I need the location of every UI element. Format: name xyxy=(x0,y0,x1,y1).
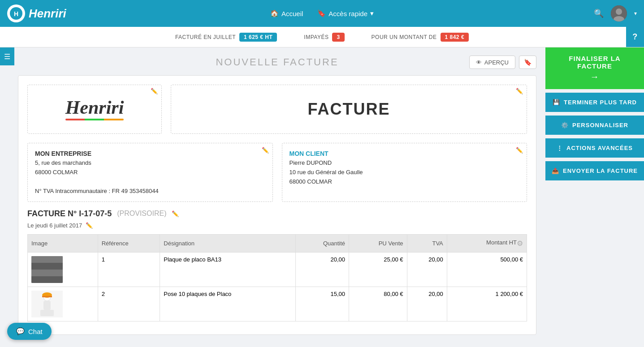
chevron-down-icon-user[interactable]: ▾ xyxy=(634,10,637,17)
company-address-box: ✏️ MON ENTREPRISE 5, rue des marchands 6… xyxy=(27,143,273,202)
top-nav: H Henriri 🏠 Accueil 🔖 Accès rapide ▾ 🔍 ▾ xyxy=(0,0,644,27)
info-facture: FACTURÉ EN JUILLET 1 625 € HT xyxy=(175,33,277,42)
cell-montant-1: 500,00 € xyxy=(447,252,527,287)
cell-image-1 xyxy=(28,252,98,287)
chat-icon: 💬 xyxy=(16,327,25,335)
montant-label: POUR UN MONTANT DE xyxy=(372,34,437,40)
cell-designation-2: Pose 10 plaques de Placo xyxy=(160,287,296,321)
edit-facture-icon[interactable]: ✏️ xyxy=(516,88,523,94)
col-image: Image xyxy=(28,234,98,252)
svg-rect-13 xyxy=(43,301,51,310)
facture-label: FACTURÉ EN JUILLET xyxy=(175,34,236,40)
facture-title: FACTURE xyxy=(308,100,390,119)
chat-label: Chat xyxy=(28,328,43,335)
nav-center: 🏠 Accueil 🔖 Accès rapide ▾ xyxy=(270,9,374,17)
company-address: 5, rue des marchands xyxy=(35,159,265,168)
page-title: NOUVELLE FACTURE xyxy=(216,56,338,68)
apercu-button[interactable]: 👁 APERÇU xyxy=(469,56,515,69)
info-impayes: IMPAYÉS 3 xyxy=(304,33,344,42)
page-header: NOUVELLE FACTURE 👁 APERÇU 🔖 xyxy=(18,56,536,68)
company-logo: Henriri xyxy=(65,98,124,120)
product-image-placo xyxy=(31,256,63,283)
invoice-table: Image Référence Désignation Quantité PU … xyxy=(27,234,527,321)
actions-avancees-button[interactable]: ⋮ ACTIONS AVANCÉES xyxy=(545,138,644,158)
impayes-label: IMPAYÉS xyxy=(304,34,328,40)
cell-tva-2: 20,00 xyxy=(407,287,447,321)
bookmark-button[interactable]: 🔖 xyxy=(519,56,536,69)
help-button[interactable]: ? xyxy=(626,27,644,47)
svg-point-3 xyxy=(616,9,622,15)
content-area: NOUVELLE FACTURE 👁 APERÇU 🔖 ✏️ Henriri xyxy=(0,47,545,347)
chat-button[interactable]: 💬 Chat xyxy=(7,323,52,340)
info-montant: POUR UN MONTANT DE 1 842 € xyxy=(372,33,469,42)
svg-rect-10 xyxy=(31,256,63,283)
product-image-worker xyxy=(31,291,63,317)
table-row: 1 Plaque de placo BA13 20,00 25,00 € 20,… xyxy=(28,252,527,287)
table-row: 2 Pose 10 plaques de Placo 15,00 80,00 €… xyxy=(28,287,527,321)
personnaliser-button[interactable]: ⚙️ PERSONNALISER xyxy=(545,116,644,135)
envoyer-button[interactable]: 📤 ENVOYER LA FACTURE xyxy=(545,161,644,180)
svg-text:H: H xyxy=(14,10,18,17)
client-name: Pierre DUPOND xyxy=(290,159,520,168)
nav-logo[interactable]: H Henriri xyxy=(7,4,66,22)
facture-amount: 1 625 € HT xyxy=(239,33,277,42)
invoice-card: ✏️ Henriri ✏️ FACTURE ✏️ MON ENTREPRISE … xyxy=(18,75,536,335)
nav-acces-rapide[interactable]: 🔖 Accès rapide ▾ xyxy=(317,9,374,17)
main-layout: NOUVELLE FACTURE 👁 APERÇU 🔖 ✏️ Henriri xyxy=(0,47,644,347)
cell-pu-2: 80,00 € xyxy=(349,287,407,321)
client-address: 10 rue du Général de Gaulle xyxy=(290,168,520,177)
cell-image-2 xyxy=(28,287,98,321)
edit-date-icon[interactable]: ✏️ xyxy=(86,222,93,229)
invoice-logo-box: ✏️ Henriri xyxy=(27,85,162,134)
provisional-badge: (PROVISOIRE) xyxy=(117,210,166,218)
cell-ref-2: 2 xyxy=(98,287,160,321)
client-title: MON CLIENT xyxy=(290,149,520,159)
nav-right: 🔍 ▾ xyxy=(594,5,637,21)
svg-rect-16 xyxy=(42,296,52,297)
edit-company-icon[interactable]: ✏️ xyxy=(262,146,269,155)
info-bar: FACTURÉ EN JUILLET 1 625 € HT IMPAYÉS 3 … xyxy=(0,27,644,47)
bookmark-nav-icon: 🔖 xyxy=(317,9,326,17)
cell-qty-2: 15,00 xyxy=(295,287,349,321)
eye-icon: 👁 xyxy=(476,59,482,66)
chevron-down-icon: ▾ xyxy=(370,9,374,17)
client-address-box: ✏️ MON CLIENT Pierre DUPOND 10 rue du Gé… xyxy=(282,143,527,202)
edit-client-icon[interactable]: ✏️ xyxy=(516,146,523,155)
edit-number-icon[interactable]: ✏️ xyxy=(172,210,179,217)
company-city: 68000 COLMAR xyxy=(35,168,265,177)
address-row: ✏️ MON ENTREPRISE 5, rue des marchands 6… xyxy=(27,143,527,202)
col-tva: TVA xyxy=(407,234,447,252)
cell-montant-2: 1 200,00 € xyxy=(447,287,527,321)
list-icon: ⋮ xyxy=(557,145,563,151)
save-icon: 💾 xyxy=(553,99,560,106)
company-name: MON ENTREPRISE xyxy=(35,149,265,159)
date-text: Le jeudi 6 juillet 2017 xyxy=(27,222,82,229)
right-panel: FINALISER LA FACTURE → 💾 TERMINER PLUS T… xyxy=(545,47,644,347)
sidebar-toggle[interactable]: ☰ xyxy=(0,47,14,65)
col-montant-ht: Montant HT ⚙ xyxy=(447,234,527,252)
avatar[interactable] xyxy=(611,5,627,21)
send-icon: 📤 xyxy=(552,167,559,174)
table-header-row: Image Référence Désignation Quantité PU … xyxy=(28,234,527,252)
company-tva: N° TVA Intracommunautaire : FR 49 353458… xyxy=(35,187,265,196)
home-icon: 🏠 xyxy=(270,9,279,17)
finaliser-button[interactable]: FINALISER LA FACTURE → xyxy=(545,47,644,89)
nav-accueil[interactable]: 🏠 Accueil xyxy=(270,9,303,17)
invoice-top-row: ✏️ Henriri ✏️ FACTURE xyxy=(27,85,527,134)
terminer-button[interactable]: 💾 TERMINER PLUS TARD xyxy=(545,93,644,112)
col-reference: Référence xyxy=(98,234,160,252)
col-quantite: Quantité xyxy=(295,234,349,252)
invoice-date: Le jeudi 6 juillet 2017 ✏️ xyxy=(27,222,527,229)
invoice-number: FACTURE N° I-17-07-5 xyxy=(27,209,112,218)
cell-ref-1: 1 xyxy=(98,252,160,287)
cell-designation-1: Plaque de placo BA13 xyxy=(160,252,296,287)
cell-qty-1: 20,00 xyxy=(295,252,349,287)
montant-amount: 1 842 € xyxy=(441,33,469,42)
search-icon[interactable]: 🔍 xyxy=(594,9,604,18)
gear-icon: ⚙️ xyxy=(561,122,569,129)
cell-tva-1: 20,00 xyxy=(407,252,447,287)
logo-icon: H xyxy=(7,4,25,22)
logo-text: Henriri xyxy=(29,7,66,21)
edit-logo-icon[interactable]: ✏️ xyxy=(151,88,158,94)
table-settings-icon[interactable]: ⚙ xyxy=(517,239,523,248)
